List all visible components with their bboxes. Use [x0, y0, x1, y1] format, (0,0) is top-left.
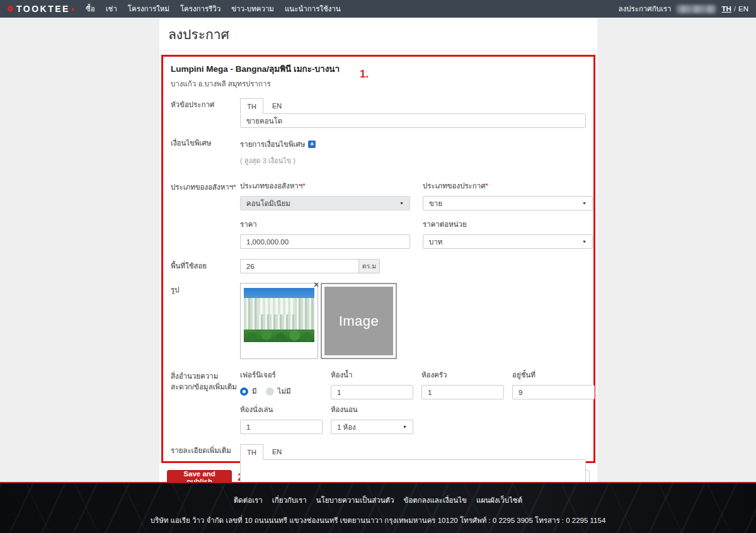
kitchen-input[interactable]: [421, 385, 504, 399]
footer-links: ติดต่อเรา เกี่ยวกับเรา นโยบายความเป็นส่ว…: [0, 483, 756, 506]
footer-link-terms[interactable]: ข้อตกลงและเงื่อนไข: [404, 495, 467, 506]
property-type-label: ประเภทของอสังหาฯ*: [240, 180, 410, 192]
area-unit: ตร.ม: [358, 259, 380, 273]
footer-link-sitemap[interactable]: แผนผังเว็บไซต์: [476, 495, 522, 506]
topic-tab-th[interactable]: TH: [240, 98, 263, 114]
property-type-select[interactable]: คอนโดมิเนียม ▼: [240, 196, 410, 210]
main-menu: ซื้อ เช่า โครงการใหม่ โครงการรีวิว ข่าว-…: [86, 3, 341, 14]
images-row: รูป ✕ Image: [171, 283, 586, 359]
furniture-no-label: ไม่มี: [278, 386, 291, 397]
brand-dot-icon: [72, 8, 74, 11]
bathroom-label: ห้องน้ำ: [331, 369, 413, 381]
post-with-us-link[interactable]: ลงประกาศกับเรา: [619, 3, 672, 14]
chevron-down-icon: ▼: [399, 201, 404, 205]
bedroom-label: ห้องนอน: [331, 404, 413, 415]
price-unit-select[interactable]: บาท ▼: [423, 234, 593, 249]
chevron-down-icon: ▼: [582, 239, 587, 244]
special-conditions-label: เงื่อนไขพิเศษ: [171, 136, 240, 166]
main-area: ลงประกาศ 1. Lumpini Mega - Bangna/ลุมพิน…: [0, 18, 756, 482]
lang-separator: /: [734, 5, 736, 13]
property-location: บางแก้ว อ.บางพลี สมุทรปราการ: [171, 78, 586, 89]
chevron-down-icon: ▼: [403, 425, 407, 429]
price-label: ราคา: [240, 219, 410, 230]
listing-form: 1. Lumpini Mega - Bangna/ลุมพินี เมกะ-บา…: [161, 55, 595, 463]
condo-photo: [244, 288, 314, 342]
remove-photo-icon[interactable]: ✕: [313, 281, 319, 289]
location-pin-icon: [6, 4, 14, 13]
living-room-input[interactable]: [240, 420, 323, 434]
add-condition-icon[interactable]: +: [308, 140, 316, 148]
property-type-row-label: ประเภทของอสังหาฯ*: [171, 180, 240, 249]
special-conditions-hint: ( สูงสุด 3 เงื่อนไข ): [240, 155, 586, 166]
nav-item-usage-guide[interactable]: แนะนำการใช้งาน: [285, 3, 341, 14]
user-name-redacted[interactable]: [677, 5, 716, 13]
topic-lang-tabs: TH EN: [240, 98, 586, 113]
details-tab-th[interactable]: TH: [240, 444, 263, 460]
nav-item-new-projects[interactable]: โครงการใหม่: [128, 3, 169, 14]
furniture-radio-no[interactable]: [266, 387, 274, 396]
topic-input[interactable]: [240, 113, 586, 128]
image-upload-placeholder[interactable]: Image: [321, 283, 397, 359]
topic-label: หัวข้อประกาศ: [171, 98, 240, 128]
annotation-1: 1.: [360, 68, 369, 81]
required-marker: *: [233, 183, 236, 191]
furniture-yes-label: มี: [252, 386, 257, 397]
lang-th[interactable]: TH: [721, 5, 731, 13]
page-title: ลงประกาศ: [159, 18, 597, 51]
kitchen-label: ห้องครัว: [421, 369, 504, 381]
details-tab-en[interactable]: EN: [263, 448, 290, 459]
nav-item-rent[interactable]: เช่า: [106, 3, 117, 14]
nav-item-news-articles[interactable]: ข่าว-บทความ: [231, 3, 274, 14]
price-unit-label: ราคาต่อหน่วย: [423, 219, 593, 230]
furniture-label: เฟอร์นิเจอร์: [240, 369, 323, 381]
price-input[interactable]: [240, 234, 410, 249]
content-panel: ลงประกาศ 1. Lumpini Mega - Bangna/ลุมพิน…: [159, 18, 597, 482]
uploaded-photo[interactable]: ✕: [240, 283, 318, 359]
page-footer: ติดต่อเรา เกี่ยวกับเรา นโยบายความเป็นส่ว…: [0, 482, 756, 533]
nav-item-project-reviews[interactable]: โครงการรีวิว: [180, 3, 220, 14]
top-navbar: TOOKTEE ซื้อ เช่า โครงการใหม่ โครงการรีว…: [0, 0, 756, 18]
topic-row: หัวข้อประกาศ TH EN: [171, 98, 586, 128]
property-name: Lumpini Mega - Bangna/ลุมพินี เมกะ-บางนา: [171, 62, 586, 76]
footer-link-contact[interactable]: ติดต่อเรา: [234, 495, 263, 506]
image-placeholder-text: Image: [324, 287, 393, 355]
chevron-down-icon: ▼: [582, 201, 587, 205]
images-label: รูป: [171, 283, 240, 359]
listing-type-label: ประเภทของประกาศ*: [423, 180, 593, 192]
topic-tab-en[interactable]: EN: [263, 102, 290, 113]
footer-link-about[interactable]: เกี่ยวกับเรา: [272, 495, 307, 506]
bedroom-select[interactable]: 1 ห้อง ▼: [331, 420, 413, 434]
special-conditions-list-link[interactable]: รายการเงื่อนไขพิเศษ: [240, 139, 305, 150]
special-conditions-row: เงื่อนไขพิเศษ รายการเงื่อนไขพิเศษ + ( สู…: [171, 136, 586, 166]
brand-name: TOOKTEE: [16, 4, 70, 14]
details-lang-tabs: TH EN: [240, 444, 586, 459]
navbar-right: ลงประกาศกับเรา TH / EN: [619, 3, 748, 14]
area-row: พื้นที่ใช้สอย ตร.ม: [171, 259, 586, 273]
nav-item-buy[interactable]: ซื้อ: [86, 3, 95, 14]
floor-input[interactable]: [512, 385, 595, 399]
area-input[interactable]: [240, 259, 358, 273]
amenities-label: สิ่งอำนวยความสะดวก/ข้อมูลเพิ่มเติม: [171, 369, 240, 434]
property-type-row: ประเภทของอสังหาฯ* ประเภทของอสังหาฯ* คอนโ…: [171, 180, 586, 249]
amenities-row: สิ่งอำนวยความสะดวก/ข้อมูลเพิ่มเติม เฟอร์…: [171, 369, 586, 434]
lang-en[interactable]: EN: [738, 5, 748, 13]
bathroom-input[interactable]: [331, 385, 413, 399]
footer-link-privacy[interactable]: นโยบายความเป็นส่วนตัว: [316, 495, 394, 506]
language-switcher: TH / EN: [721, 5, 748, 13]
furniture-radio-yes[interactable]: [240, 387, 248, 396]
listing-type-select[interactable]: ขาย ▼: [423, 196, 593, 210]
floor-label: อยู่ชั้นที่: [512, 369, 595, 381]
brand-logo[interactable]: TOOKTEE: [8, 4, 74, 14]
footer-company-info: บริษัท แอเรีย ว้าว จำกัด เลขที่ 10 ถนนนน…: [0, 515, 756, 526]
living-room-label: ห้องนั่งเล่น: [240, 404, 323, 415]
area-label: พื้นที่ใช้สอย: [171, 259, 240, 273]
